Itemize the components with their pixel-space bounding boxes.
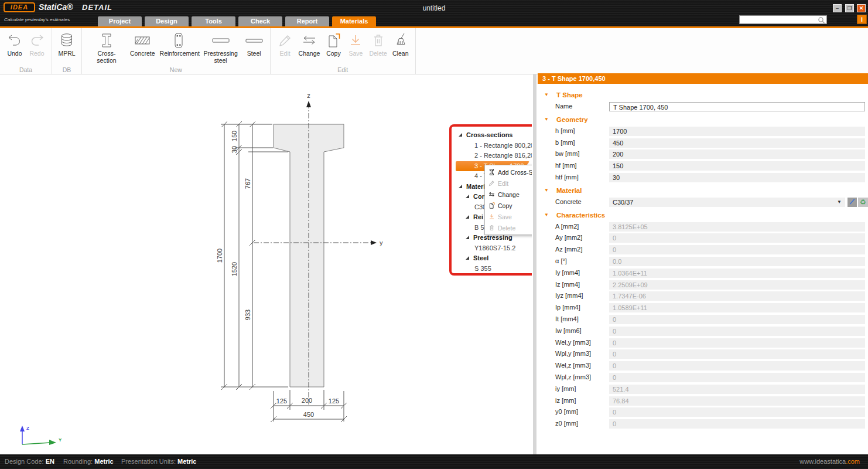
name-field[interactable]: T Shape 1700, 450 [609, 102, 865, 111]
expander-icon[interactable] [466, 215, 469, 219]
it-value: 0 [609, 315, 865, 324]
ip-value: 1.0589E+11 [609, 303, 865, 312]
search-icon [818, 16, 825, 24]
section-characteristics[interactable]: ▼Characteristics [538, 209, 868, 222]
document-title: untitled [0, 4, 868, 12]
tree-group-cross-sections[interactable]: Cross-sections [456, 130, 531, 141]
reinforcement-button[interactable]: Reinforcement [158, 30, 200, 57]
bw-field[interactable]: 200 [609, 149, 865, 159]
tree-group-steel[interactable]: Steel [456, 253, 531, 264]
status-bar: Design Code: EN Rounding: Metric Present… [0, 454, 868, 469]
expander-icon[interactable] [459, 133, 462, 137]
save-arrow-icon [488, 213, 495, 220]
collapse-triangle-icon[interactable]: ▼ [544, 113, 549, 126]
tree-item-rectangle-816-200[interactable]: 2 - Rectangle 816,200 [456, 151, 531, 161]
edit-button[interactable]: Edit [274, 30, 296, 57]
stirrup-icon [170, 30, 187, 50]
minimize-button[interactable]: – [833, 4, 842, 12]
tab-project[interactable]: Project [98, 16, 142, 26]
ribbon: Undo Redo Data MPRL [0, 28, 868, 74]
section-material[interactable]: ▼Material [538, 184, 868, 197]
collapse-triangle-icon[interactable]: ▼ [544, 184, 549, 197]
panel-splitter[interactable] [532, 74, 538, 454]
concrete-dropdown[interactable]: C30/37 ▼ [609, 198, 845, 207]
concrete-icon [134, 30, 151, 50]
section-geometry[interactable]: ▼Geometry [538, 113, 868, 126]
expander-icon[interactable] [459, 185, 462, 188]
iy-mm4-value: 1.0364E+11 [609, 269, 865, 278]
rounding-status: Rounding: Metric [63, 458, 114, 465]
wely-value: 0 [609, 338, 865, 348]
refresh-material-button[interactable]: ♻ [858, 198, 868, 207]
property-row: Concrete C30/37 ▼ ♻ [538, 197, 868, 209]
close-button[interactable]: ✕ [857, 4, 866, 12]
copy-icon [488, 202, 495, 209]
svg-text:125: 125 [329, 397, 339, 405]
prestressing-steel-button[interactable]: Prestressing steel [200, 30, 242, 64]
property-row: h [mm] 1700 [538, 126, 868, 138]
info-button[interactable]: i [857, 15, 867, 24]
search-input[interactable] [739, 15, 827, 24]
svg-text:767: 767 [244, 178, 251, 189]
property-row: y0 [mm]0 [538, 407, 868, 419]
tab-report[interactable]: Report [285, 16, 329, 26]
y0-value: 0 [609, 407, 865, 417]
b-field[interactable]: 450 [609, 138, 865, 148]
undo-button[interactable]: Undo [4, 30, 26, 57]
property-row: It [mm4]0 [538, 314, 868, 326]
pencil-icon [488, 179, 495, 187]
az-value: 0 [609, 245, 865, 254]
tab-design[interactable]: Design [145, 16, 189, 26]
save-button[interactable]: Save [344, 30, 367, 57]
expander-icon[interactable] [466, 236, 469, 239]
svg-text:125: 125 [276, 397, 287, 405]
tree-item-y1860s7[interactable]: Y1860S7-15.2 [456, 243, 531, 254]
maximize-button[interactable]: ❐ [845, 4, 854, 12]
change-button[interactable]: Change [296, 30, 323, 57]
drawing-canvas[interactable]: z y [0, 74, 532, 454]
htf-field[interactable]: 30 [609, 173, 865, 182]
collapse-triangle-icon[interactable]: ▼ [544, 209, 549, 222]
property-row: hf [mm] 150 [538, 161, 868, 172]
svg-text:200: 200 [302, 397, 312, 404]
copy-icon [324, 30, 342, 50]
tree-item-s355[interactable]: S 355 [456, 264, 531, 274]
z0-value: 0 [609, 419, 865, 429]
pencil-icon [276, 30, 294, 50]
h-field[interactable]: 1700 [609, 127, 865, 136]
tab-check[interactable]: Check [238, 16, 282, 26]
expander-icon[interactable] [466, 256, 469, 260]
tab-tools[interactable]: Tools [192, 16, 235, 26]
wply-value: 0 [609, 349, 865, 359]
ribbon-group-new: Cross-section Concrete Reinforcem [82, 28, 271, 74]
property-row: Ay [mm2]0 [538, 233, 868, 244]
website-link[interactable]: www.ideastatica.com [799, 458, 860, 465]
section-t-shape[interactable]: ▼T Shape [538, 89, 868, 101]
property-row: iz [mm]76.84 [538, 396, 868, 407]
delete-button[interactable]: Delete [367, 30, 389, 57]
redo-button[interactable]: Redo [26, 30, 48, 57]
property-row: Iyz [mm4]1.7347E-06 [538, 291, 868, 303]
collapse-triangle-icon[interactable]: ▼ [544, 89, 549, 101]
tab-materials[interactable]: Materials [332, 16, 376, 26]
mprl-button[interactable]: MPRL [56, 30, 78, 57]
property-row: htf [mm] 30 [538, 172, 868, 184]
steel-button[interactable]: Steel [242, 30, 266, 57]
ribbon-group-edit: Edit Change Copy Save [271, 28, 416, 74]
property-panel: 3 - T Shape 1700,450 ▼T Shape Name T Sha… [538, 73, 868, 454]
edit-material-button[interactable] [848, 198, 857, 207]
property-row: Az [mm2]0 [538, 244, 868, 256]
tree-item-rectangle-800-200[interactable]: 1 - Rectangle 800,200 [456, 141, 531, 151]
property-row: Wpl,z [mm3]0 [538, 372, 868, 384]
property-row: A [mm2]3.8125E+05 [538, 222, 868, 233]
hf-field[interactable]: 150 [609, 161, 865, 171]
copy-button[interactable]: Copy [322, 30, 344, 57]
cross-section-button[interactable]: Cross-section [86, 30, 128, 64]
expander-icon[interactable] [466, 195, 469, 198]
concrete-button[interactable]: Concrete [128, 30, 158, 57]
property-row: Wpl,y [mm3]0 [538, 349, 868, 361]
svg-text:1520: 1520 [231, 262, 238, 276]
clean-button[interactable]: Clean [389, 30, 412, 57]
svg-text:z: z [307, 92, 310, 99]
property-row: Iy [mm4]1.0364E+11 [538, 268, 868, 280]
